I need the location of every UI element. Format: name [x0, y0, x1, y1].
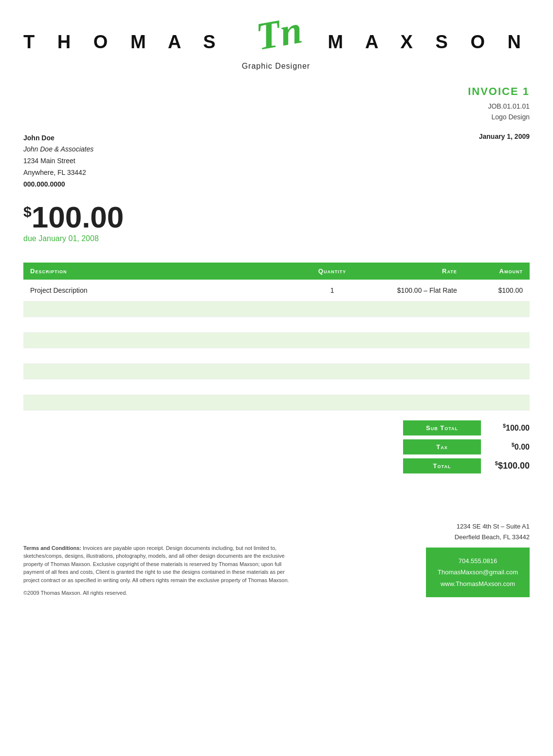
client-company: John Doe & Associates — [23, 144, 93, 155]
table-header: Description Quantity Rate Amount — [23, 263, 530, 280]
footer-contact-box: 704.555.0816 ThomasMaxson@gmail.com www.… — [426, 548, 530, 597]
empty-row-3 — [23, 332, 530, 348]
client-name: John Doe — [23, 132, 93, 144]
total-row: Total $$100.00 — [403, 458, 530, 473]
footer-address: 1234 SE 4th St – Suite A1 Deerfield Beac… — [426, 521, 530, 543]
footer-right: 1234 SE 4th St – Suite A1 Deerfield Beac… — [426, 521, 553, 597]
footer-website: www.ThomasMAxson.com — [438, 578, 518, 589]
tax-label: Tax — [403, 439, 481, 454]
job-name: Logo Design — [491, 113, 530, 121]
client-phone: 000.000.0000 — [23, 179, 93, 190]
currency-symbol: $ — [23, 204, 32, 220]
subtotal-row: Sub Total $100.00 — [403, 420, 530, 435]
invoice-info: INVOICE 1 JOB.01.01.01 Logo Design — [0, 71, 553, 123]
name-right: M A X S O N — [328, 32, 530, 53]
total-value: $$100.00 — [481, 460, 530, 471]
name-left: T H O M A S — [23, 32, 224, 53]
empty-row-2 — [23, 317, 530, 332]
svg-text:Tn: Tn — [253, 8, 305, 58]
copyright: ©2009 Thomas Maxson. All rights reserved… — [23, 589, 296, 597]
invoice-number: INVOICE 1 — [0, 85, 530, 98]
row-quantity: 1 — [302, 280, 363, 302]
footer: Terms and Conditions: Invoices are payab… — [0, 497, 553, 597]
due-section: $100.00 due January 01, 2008 — [0, 190, 553, 243]
job-number: JOB.01.01.01 — [488, 102, 530, 110]
col-rate: Rate — [363, 263, 464, 280]
address-line2: Deerfield Beach, FL 33442 — [426, 532, 530, 543]
subtotal-label: Sub Total — [403, 420, 481, 435]
address-line1: 1234 SE 4th St – Suite A1 — [426, 521, 530, 532]
due-amount: $100.00 — [23, 202, 530, 232]
terms-title: Terms and Conditions: — [23, 545, 81, 551]
total-label: Total — [403, 458, 481, 473]
col-description: Description — [23, 263, 302, 280]
row-amount: $100.00 — [464, 280, 530, 302]
tax-row: Tax $0.00 — [403, 439, 530, 454]
client-address1: 1234 Main Street — [23, 155, 93, 167]
table-body: Project Description 1 $100.00 – Flat Rat… — [23, 280, 530, 411]
logo: Tn Graphic Designer — [242, 14, 311, 71]
empty-row-5 — [23, 363, 530, 379]
col-quantity: Quantity — [302, 263, 363, 280]
due-date: due January 01, 2008 — [23, 234, 530, 243]
client-info: John Doe John Doe & Associates 1234 Main… — [23, 132, 93, 190]
tagline: Graphic Designer — [242, 62, 311, 71]
col-amount: Amount — [464, 263, 530, 280]
invoice-job: JOB.01.01.01 Logo Design — [0, 101, 530, 123]
page-header: T H O M A S Tn Graphic Designer M A X S … — [0, 0, 553, 71]
subtotal-value: $100.00 — [481, 423, 530, 433]
terms-text: Terms and Conditions: Invoices are payab… — [23, 544, 296, 585]
invoice-date: January 1, 2009 — [479, 132, 530, 190]
footer-email: ThomasMaxson@gmail.com — [438, 567, 518, 578]
client-address2: Anywhere, FL 33442 — [23, 167, 93, 179]
invoice-table: Description Quantity Rate Amount Project… — [23, 263, 530, 411]
empty-row-4 — [23, 348, 530, 363]
client-section: John Doe John Doe & Associates 1234 Main… — [0, 123, 553, 190]
empty-row-7 — [23, 395, 530, 410]
footer-phone: 704.555.0816 — [438, 555, 518, 567]
empty-row-6 — [23, 379, 530, 395]
tax-value: $0.00 — [481, 442, 530, 452]
footer-terms: Terms and Conditions: Invoices are payab… — [23, 544, 296, 597]
table-row: Project Description 1 $100.00 – Flat Rat… — [23, 280, 530, 302]
logo-monogram: Tn — [252, 12, 299, 58]
row-rate: $100.00 – Flat Rate — [363, 280, 464, 302]
row-description: Project Description — [23, 280, 302, 302]
totals-section: Sub Total $100.00 Tax $0.00 Total $$100.… — [0, 411, 553, 477]
amount-value: 100.00 — [32, 200, 124, 234]
empty-row-1 — [23, 301, 530, 317]
